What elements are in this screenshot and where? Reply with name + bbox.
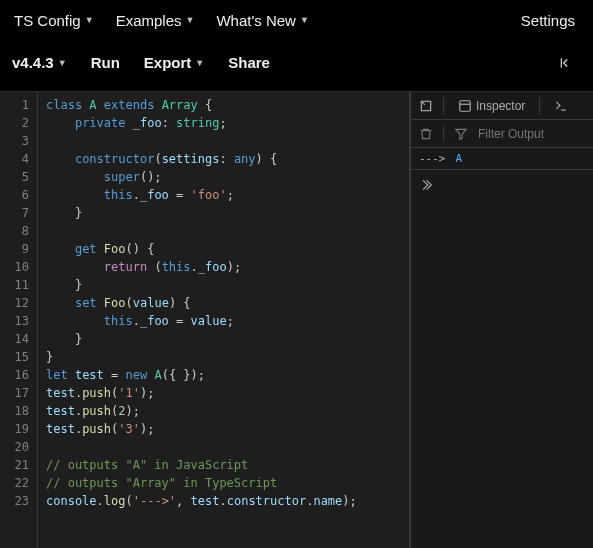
line-number: 22	[4, 474, 29, 492]
ts-config-label: TS Config	[14, 12, 81, 29]
code-line[interactable]: return (this._foo);	[46, 258, 401, 276]
caret-down-icon: ▼	[185, 15, 194, 25]
code-line[interactable]: class A extends Array {	[46, 96, 401, 114]
top-menu-bar: TS Config ▼ Examples ▼ What's New ▼ Sett…	[0, 0, 593, 40]
line-number: 20	[4, 438, 29, 456]
ts-config-menu[interactable]: TS Config ▼	[0, 12, 102, 29]
line-number: 16	[4, 366, 29, 384]
code-line[interactable]: }	[46, 330, 401, 348]
code-line[interactable]: console.log('--->', test.constructor.nam…	[46, 492, 401, 510]
code-line[interactable]: }	[46, 348, 401, 366]
line-number: 6	[4, 186, 29, 204]
code-line[interactable]: // outputs "A" in JavaScript	[46, 456, 401, 474]
examples-label: Examples	[116, 12, 182, 29]
svg-marker-3	[456, 129, 467, 139]
line-number: 14	[4, 330, 29, 348]
line-number: 13	[4, 312, 29, 330]
line-number: 7	[4, 204, 29, 222]
line-number: 10	[4, 258, 29, 276]
settings-menu[interactable]: Settings	[507, 12, 593, 29]
toolbar: v4.4.3 ▼ Run Export ▼ Share	[0, 40, 593, 92]
code-line[interactable]: test.push('3');	[46, 420, 401, 438]
console-tab[interactable]	[550, 97, 572, 115]
devtools-pane: Inspector ---> A	[410, 92, 593, 548]
code-line[interactable]: constructor(settings: any) {	[46, 150, 401, 168]
version-selector[interactable]: v4.4.3 ▼	[10, 54, 79, 71]
console-arg: A	[456, 152, 463, 165]
collapse-panel-icon[interactable]	[549, 55, 583, 71]
line-number: 2	[4, 114, 29, 132]
export-button[interactable]: Export ▼	[132, 54, 216, 71]
filter-input[interactable]	[478, 127, 578, 141]
line-number: 11	[4, 276, 29, 294]
filter-icon[interactable]	[454, 126, 468, 141]
code-line[interactable]: this._foo = value;	[46, 312, 401, 330]
settings-label: Settings	[521, 12, 575, 29]
caret-down-icon: ▼	[58, 58, 67, 68]
code-line[interactable]: super();	[46, 168, 401, 186]
line-number: 17	[4, 384, 29, 402]
line-number: 8	[4, 222, 29, 240]
export-label: Export	[144, 54, 192, 71]
line-number: 18	[4, 402, 29, 420]
share-label: Share	[228, 54, 270, 71]
code-line[interactable]: get Foo() {	[46, 240, 401, 258]
code-line[interactable]: test.push(2);	[46, 402, 401, 420]
code-line[interactable]	[46, 222, 401, 240]
code-line[interactable]: }	[46, 276, 401, 294]
line-number: 12	[4, 294, 29, 312]
run-label: Run	[91, 54, 120, 71]
panel-toggle-icon[interactable]	[419, 98, 433, 113]
run-button[interactable]: Run	[79, 54, 132, 71]
code-line[interactable]: this._foo = 'foo';	[46, 186, 401, 204]
svg-rect-1	[460, 100, 471, 111]
console-prompt[interactable]	[411, 170, 593, 198]
whats-new-label: What's New	[216, 12, 296, 29]
caret-down-icon: ▼	[300, 15, 309, 25]
caret-down-icon: ▼	[195, 58, 204, 68]
line-number: 5	[4, 168, 29, 186]
line-number: 9	[4, 240, 29, 258]
line-number: 15	[4, 348, 29, 366]
console-output: ---> A	[411, 148, 593, 170]
code-line[interactable]: private _foo: string;	[46, 114, 401, 132]
code-editor[interactable]: 1234567891011121314151617181920212223 cl…	[0, 92, 410, 548]
line-number: 23	[4, 492, 29, 510]
devtools-filter-bar	[411, 120, 593, 148]
whats-new-menu[interactable]: What's New ▼	[202, 12, 316, 29]
code-content[interactable]: class A extends Array { private _foo: st…	[38, 92, 409, 548]
console-arg: --->	[419, 152, 446, 165]
line-number: 1	[4, 96, 29, 114]
line-number: 4	[4, 150, 29, 168]
inspector-label: Inspector	[476, 99, 525, 113]
devtools-toolbar: Inspector	[411, 92, 593, 120]
main-area: 1234567891011121314151617181920212223 cl…	[0, 92, 593, 548]
line-number: 21	[4, 456, 29, 474]
code-line[interactable]: }	[46, 204, 401, 222]
code-line[interactable]: test.push('1');	[46, 384, 401, 402]
code-line[interactable]: set Foo(value) {	[46, 294, 401, 312]
line-number: 19	[4, 420, 29, 438]
code-line[interactable]: let test = new A({ });	[46, 366, 401, 384]
line-gutter: 1234567891011121314151617181920212223	[0, 92, 38, 548]
console-log-line: ---> A	[419, 152, 585, 165]
examples-menu[interactable]: Examples ▼	[102, 12, 203, 29]
share-button[interactable]: Share	[216, 54, 282, 71]
caret-down-icon: ▼	[85, 15, 94, 25]
code-line[interactable]	[46, 438, 401, 456]
line-number: 3	[4, 132, 29, 150]
trash-icon[interactable]	[419, 126, 433, 141]
code-line[interactable]: // outputs "Array" in TypeScript	[46, 474, 401, 492]
inspector-tab[interactable]: Inspector	[454, 97, 529, 115]
version-label: v4.4.3	[12, 54, 54, 71]
code-line[interactable]	[46, 132, 401, 150]
